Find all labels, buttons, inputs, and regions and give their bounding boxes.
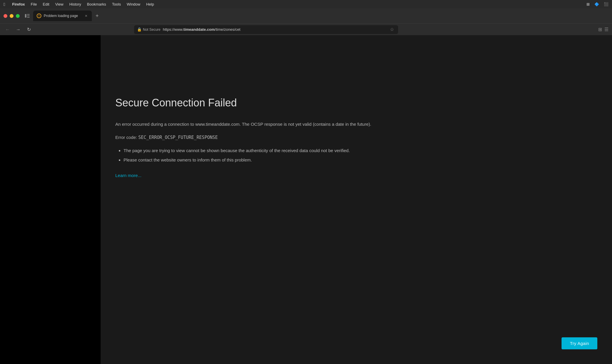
tab-warning-icon: ! [37,13,41,18]
page-area: Secure Connection Failed An error occurr… [0,35,612,364]
menu-history[interactable]: History [69,2,81,6]
new-tab-button[interactable]: + [93,12,101,20]
menu-view[interactable]: View [55,2,63,6]
window-maximize-button[interactable] [16,14,20,18]
bookmark-button[interactable]: ☆ [389,27,395,32]
error-title: Secure Connection Failed [115,97,597,109]
list-item: Please contact the website owners to inf… [124,157,388,164]
reload-button[interactable]: ↻ [25,25,33,34]
sidebar-toggle-button[interactable] [23,12,31,20]
navigation-bar: ← → ↻ 🔒 Not Secure https://www.timeandda… [0,23,612,35]
tab-close-button[interactable]: ✕ [84,13,88,18]
menubar-right-icons: ⊞ 🔷 ⬛ [586,2,608,6]
menubar-icon-3: ⬛ [604,2,608,6]
svg-rect-0 [25,14,26,18]
svg-rect-3 [27,17,30,18]
list-item: The page you are trying to view cannot b… [124,147,388,154]
extensions-icon[interactable]: ⊞ [598,27,602,32]
url-suffix: /time/zones/cet [215,27,240,32]
error-code-label: Error code: [115,135,137,140]
traffic-lights-row: ! Problem loading page ✕ + [0,8,612,23]
not-secure-label: Not Secure [143,28,160,32]
address-bar[interactable]: 🔒 Not Secure https://www.timeanddate.com… [134,25,398,34]
learn-more-link[interactable]: Learn more... [115,173,141,178]
menu-file[interactable]: File [31,2,37,6]
menubar-icon-2: 🔷 [594,2,599,6]
error-code: Error code: SEC_ERROR_OCSP_FUTURE_RESPON… [115,135,597,140]
app-name[interactable]: Firefox [12,2,25,6]
nav-right-icons: ⊞ ☰ [598,27,608,32]
menu-window[interactable]: Window [127,2,140,6]
error-description: An error occurred during a connection to… [115,121,379,128]
try-again-button[interactable]: Try Again [562,337,597,349]
active-tab[interactable]: ! Problem loading page ✕ [33,11,92,21]
apple-menu[interactable]:  [4,2,5,7]
error-bullets-list: The page you are trying to view cannot b… [115,147,597,164]
traffic-lights [4,14,20,18]
menu-help[interactable]: Help [146,2,154,6]
menu-tools[interactable]: Tools [112,2,121,6]
not-secure-badge: 🔒 Not Secure [137,27,160,32]
menu-bookmarks[interactable]: Bookmarks [87,2,106,6]
url-display: https://www.timeanddate.com/time/zones/c… [163,27,386,32]
svg-rect-2 [27,16,30,16]
svg-rect-1 [27,14,30,15]
browser-chrome: ! Problem loading page ✕ + ← → ↻ 🔒 Not S… [0,8,612,35]
window-close-button[interactable] [4,14,7,18]
sidebar-panel [0,35,101,364]
macos-menubar:  Firefox File Edit View History Bookmar… [0,0,612,8]
tab-title: Problem loading page [44,14,81,18]
menu-edit[interactable]: Edit [43,2,49,6]
url-domain: timeanddate.com [183,27,215,32]
menubar-icon-1: ⊞ [586,2,590,6]
window-minimize-button[interactable] [10,14,13,18]
error-code-value: SEC_ERROR_OCSP_FUTURE_RESPONSE [138,135,218,140]
back-button[interactable]: ← [4,25,12,34]
error-page-content: Secure Connection Failed An error occurr… [101,35,612,364]
hamburger-menu-icon[interactable]: ☰ [604,27,608,32]
forward-button[interactable]: → [14,25,22,34]
lock-icon: 🔒 [137,27,142,32]
tabs-area: ! Problem loading page ✕ + [33,11,608,21]
